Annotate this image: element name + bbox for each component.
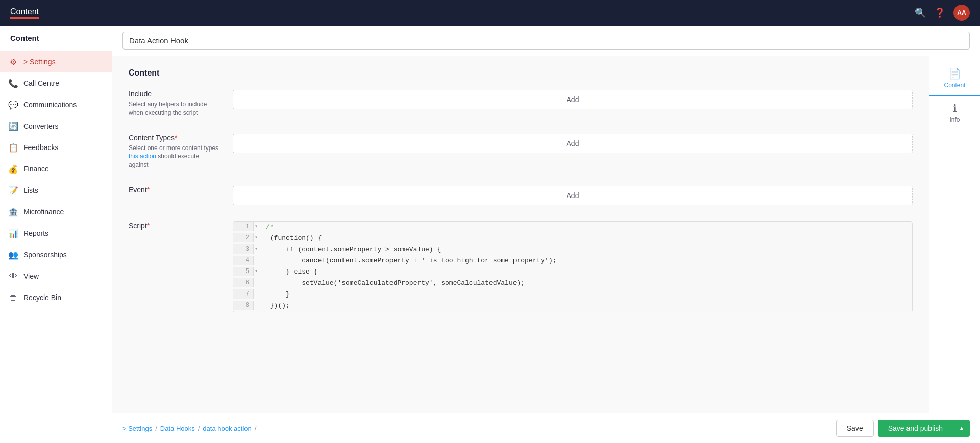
- sidebar-item-feedbacks[interactable]: 📋 Feedbacks: [0, 137, 112, 158]
- sidebar: Content ⚙ > Settings 📞 Call Centre 💬 Com…: [0, 26, 112, 443]
- call-centre-icon: 📞: [8, 78, 18, 88]
- content-types-field-col: Add: [233, 134, 913, 169]
- sidebar-header: Content: [0, 26, 112, 51]
- breadcrumb: > Settings / Data Hooks / data hook acti…: [122, 425, 256, 432]
- sidebar-item-label: Finance: [23, 165, 49, 173]
- info-tab-label: Info: [949, 116, 960, 124]
- sidebar-item-settings[interactable]: ⚙ > Settings: [0, 51, 112, 72]
- sponsorships-icon: 👥: [8, 250, 18, 260]
- code-line-5: 5 ▾ } else {: [233, 267, 912, 278]
- search-icon[interactable]: 🔍: [915, 7, 926, 18]
- top-nav: Content 🔍 ❓ AA: [0, 0, 980, 26]
- sidebar-item-view[interactable]: 👁 View: [0, 265, 112, 287]
- tab-info[interactable]: ℹ Info: [929, 96, 980, 131]
- title-bar: [112, 26, 980, 56]
- lists-icon: 📝: [8, 185, 18, 195]
- footer-actions: Save Save and publish ▲: [836, 420, 970, 437]
- reports-icon: 📊: [8, 228, 18, 238]
- include-field-col: Add: [233, 90, 913, 117]
- include-label: Include: [129, 90, 220, 98]
- code-line-4: 4 cancel(content.someProperty + ' is too…: [233, 256, 912, 267]
- sidebar-item-finance[interactable]: 💰 Finance: [0, 158, 112, 180]
- content-types-label-col: Content Types* Select one or more conten…: [129, 134, 220, 169]
- include-add-button[interactable]: Add: [233, 90, 913, 109]
- sidebar-item-label: Lists: [23, 186, 38, 194]
- sidebar-item-label: Microfinance: [23, 208, 64, 216]
- event-field-col: Add: [233, 186, 913, 205]
- tab-content[interactable]: 📄 Content: [929, 61, 980, 96]
- microfinance-icon: 🏦: [8, 207, 18, 217]
- sidebar-item-lists[interactable]: 📝 Lists: [0, 180, 112, 201]
- form-section-title: Content: [129, 68, 913, 78]
- sidebar-item-microfinance[interactable]: 🏦 Microfinance: [0, 201, 112, 223]
- content-tab-label: Content: [944, 82, 965, 89]
- sidebar-item-label: Feedbacks: [23, 143, 58, 152]
- sidebar-item-label: Communications: [23, 101, 77, 109]
- sidebar-item-label: Reports: [23, 229, 48, 237]
- event-label-col: Event*: [129, 186, 220, 205]
- breadcrumb-sep-1: /: [155, 425, 157, 432]
- breadcrumb-sep-2: /: [198, 425, 200, 432]
- code-line-8: 8 })();: [233, 301, 912, 312]
- content-tab-icon: 📄: [948, 67, 961, 80]
- this-action-link[interactable]: this action: [129, 153, 156, 160]
- event-row: Event* Add: [129, 186, 913, 205]
- main-layout: Content ⚙ > Settings 📞 Call Centre 💬 Com…: [0, 26, 980, 443]
- breadcrumb-settings[interactable]: > Settings: [122, 425, 152, 432]
- event-label: Event*: [129, 186, 220, 194]
- save-button[interactable]: Save: [836, 420, 874, 437]
- content-area: Content Include Select any helpers to in…: [112, 26, 980, 443]
- finance-icon: 💰: [8, 164, 18, 174]
- recycle-bin-icon: 🗑: [8, 292, 18, 303]
- form-content: Content Include Select any helpers to in…: [112, 56, 929, 341]
- content-types-help: Select one or more content types this ac…: [129, 144, 220, 169]
- breadcrumb-data-hook-action[interactable]: data hook action: [203, 425, 251, 432]
- include-label-col: Include Select any helpers to include wh…: [129, 90, 220, 117]
- sidebar-item-label: Recycle Bin: [23, 293, 61, 302]
- help-icon[interactable]: ❓: [934, 7, 945, 18]
- publish-dropdown-button[interactable]: ▲: [953, 420, 970, 437]
- content-types-label: Content Types*: [129, 134, 220, 142]
- sidebar-item-label: Call Centre: [23, 79, 59, 87]
- communications-icon: 💬: [8, 100, 18, 110]
- content-types-add-button[interactable]: Add: [233, 134, 913, 153]
- view-icon: 👁: [8, 271, 18, 281]
- sidebar-item-recycle-bin[interactable]: 🗑 Recycle Bin: [0, 287, 112, 308]
- sidebar-item-label: View: [23, 272, 39, 280]
- code-line-3: 3 ▾ if (content.someProperty > someValue…: [233, 244, 912, 256]
- feedbacks-icon: 📋: [8, 142, 18, 153]
- settings-icon: ⚙: [8, 57, 18, 67]
- script-label-col: Script*: [129, 222, 220, 312]
- save-publish-button[interactable]: Save and publish: [878, 420, 953, 437]
- page-title-input[interactable]: [122, 32, 970, 50]
- script-label: Script*: [129, 222, 220, 230]
- sidebar-item-label: > Settings: [23, 58, 56, 66]
- user-avatar[interactable]: AA: [953, 5, 970, 21]
- app-title: Content: [10, 7, 39, 19]
- sidebar-item-label: Sponsorships: [23, 251, 67, 259]
- breadcrumb-sep-3: /: [255, 425, 257, 432]
- publish-group: Save and publish ▲: [878, 420, 970, 437]
- sidebar-item-reports[interactable]: 📊 Reports: [0, 223, 112, 244]
- sidebar-item-communications[interactable]: 💬 Communications: [0, 94, 112, 115]
- sidebar-item-label: Converters: [23, 122, 58, 130]
- include-help: Select any helpers to include when execu…: [129, 100, 220, 117]
- code-line-2: 2 ▾ (function() {: [233, 233, 912, 244]
- include-row: Include Select any helpers to include wh…: [129, 90, 913, 117]
- sidebar-item-converters[interactable]: 🔄 Converters: [0, 115, 112, 137]
- event-add-button[interactable]: Add: [233, 186, 913, 205]
- sidebar-item-sponsorships[interactable]: 👥 Sponsorships: [0, 244, 112, 265]
- content-types-row: Content Types* Select one or more conten…: [129, 134, 913, 169]
- right-panel: 📄 Content ℹ Info: [929, 56, 980, 413]
- code-line-1: 1 ▾ /*: [233, 222, 912, 233]
- footer: > Settings / Data Hooks / data hook acti…: [112, 413, 980, 443]
- form-scroll: Content Include Select any helpers to in…: [112, 56, 929, 413]
- code-line-7: 7 }: [233, 289, 912, 301]
- converters-icon: 🔄: [8, 121, 18, 131]
- script-field-col: 1 ▾ /* 2 ▾ (function() {: [233, 222, 913, 312]
- breadcrumb-data-hooks[interactable]: Data Hooks: [160, 425, 195, 432]
- top-nav-actions: 🔍 ❓ AA: [915, 5, 970, 21]
- code-editor[interactable]: 1 ▾ /* 2 ▾ (function() {: [233, 222, 913, 312]
- sidebar-item-call-centre[interactable]: 📞 Call Centre: [0, 72, 112, 94]
- script-row: Script* 1 ▾ /* 2: [129, 222, 913, 312]
